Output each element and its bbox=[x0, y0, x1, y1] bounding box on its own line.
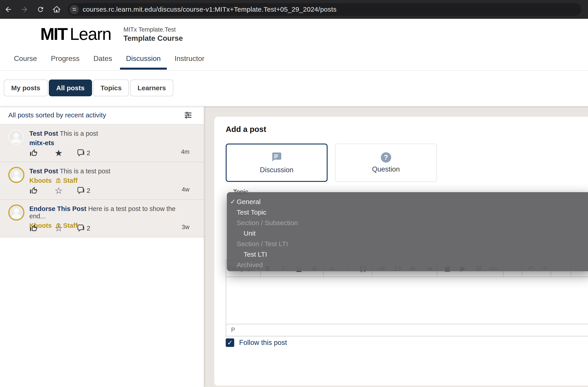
forward-icon[interactable] bbox=[19, 4, 30, 15]
posts-sort-label: All posts sorted by recent activity bbox=[8, 111, 183, 119]
tab-instructor[interactable]: Instructor bbox=[168, 54, 210, 70]
star-icon[interactable]: ☆ bbox=[54, 224, 63, 233]
post-author[interactable]: mitx-ets bbox=[29, 139, 54, 147]
dropdown-option-test-lti[interactable]: Test LTI bbox=[227, 249, 588, 259]
thumbs-up-icon[interactable] bbox=[29, 224, 38, 233]
dropdown-option-label: Unit bbox=[244, 230, 255, 237]
avatar bbox=[8, 204, 24, 221]
course-title: Template Course bbox=[123, 34, 183, 43]
browser-toolbar: courses.rc.learn.mit.edu/discuss/course-… bbox=[0, 0, 588, 19]
post-title[interactable]: Endorse This Post bbox=[29, 205, 86, 212]
dropdown-option-label: General bbox=[237, 198, 261, 206]
dropdown-option-label: Test Topic bbox=[237, 209, 267, 216]
course-nav-tabs: CourseProgressDatesDiscussionInstructor bbox=[8, 54, 210, 70]
post-type-selector: Discussion?Question bbox=[226, 144, 437, 182]
star-icon[interactable]: ☆ bbox=[54, 186, 63, 195]
posts-list-panel: All posts sorted by recent activity Test… bbox=[0, 106, 204, 387]
post-row-3[interactable]: Endorse This Post Here is a test post to… bbox=[0, 200, 204, 237]
comments-icon[interactable] bbox=[77, 186, 85, 195]
rich-text-editor[interactable]: Paragraph ▾BIUS∞”{;}•≡1≡⇤⇥▣▶⊞</>↶↷ P bbox=[226, 260, 588, 336]
post-title[interactable]: Test Post bbox=[29, 168, 58, 175]
editor-block-indicator: P bbox=[231, 326, 235, 333]
post-row-2[interactable]: Test Post This is a test postKbootsStaff… bbox=[0, 162, 204, 200]
tab-discussion[interactable]: Discussion bbox=[120, 54, 167, 70]
post-time: 4w bbox=[182, 186, 189, 193]
post-actions: ★2 bbox=[29, 149, 90, 157]
avatar bbox=[8, 129, 24, 145]
screen: courses.rc.learn.mit.edu/discuss/course-… bbox=[0, 0, 588, 387]
post-text: Test Post This is a test postKbootsStaff bbox=[29, 168, 177, 184]
tab-dates[interactable]: Dates bbox=[87, 54, 118, 70]
posts-list-header: All posts sorted by recent activity bbox=[0, 106, 204, 125]
tabs-divider bbox=[0, 70, 588, 71]
back-icon[interactable] bbox=[3, 4, 13, 15]
staff-institution-icon bbox=[55, 178, 63, 184]
filter-my-posts[interactable]: My posts bbox=[4, 80, 48, 96]
post-preview: This is a test post bbox=[58, 168, 110, 175]
post-type-question[interactable]: ?Question bbox=[335, 144, 437, 182]
filter-all-posts[interactable]: All posts bbox=[49, 80, 92, 96]
post-type-label: Discussion bbox=[260, 166, 294, 174]
comments-count: 2 bbox=[87, 149, 90, 157]
tab-course[interactable]: Course bbox=[8, 54, 43, 70]
brand-header: MIT Learn MITx Template.Test Template Co… bbox=[40, 25, 183, 43]
post-text: Test Post This is a postmitx-ets bbox=[29, 130, 177, 147]
comments-count: 2 bbox=[87, 225, 90, 232]
comments-icon[interactable] bbox=[77, 149, 85, 157]
post-actions: ☆2 bbox=[29, 224, 90, 233]
follow-post-row[interactable]: ✓ Follow this post bbox=[226, 338, 287, 347]
staff-badge: Staff bbox=[55, 177, 78, 184]
thumbs-up-icon[interactable] bbox=[29, 149, 38, 157]
reload-icon[interactable] bbox=[35, 4, 46, 15]
filter-topics[interactable]: Topics bbox=[93, 80, 129, 96]
follow-label: Follow this post bbox=[239, 339, 287, 347]
filter-learners[interactable]: Learners bbox=[130, 80, 173, 96]
post-type-label: Question bbox=[372, 165, 400, 173]
editor-status-bar: P bbox=[226, 324, 588, 336]
post-author-row: KbootsStaff bbox=[29, 177, 177, 184]
post-title-line: Test Post This is a test post bbox=[29, 168, 177, 175]
dropdown-option-label: Section / Test LTI bbox=[237, 240, 288, 248]
address-bar[interactable]: courses.rc.learn.mit.edu/discuss/course-… bbox=[68, 3, 581, 16]
check-icon: ✓ bbox=[227, 339, 233, 346]
tab-progress[interactable]: Progress bbox=[45, 54, 85, 70]
avatar bbox=[8, 167, 24, 183]
post-author-row: mitx-ets bbox=[29, 139, 177, 147]
learn-logo: Learn bbox=[70, 25, 111, 43]
dropdown-option-archived: Archived bbox=[227, 259, 588, 270]
course-meta: MITx Template.Test Template Course bbox=[123, 25, 183, 43]
course-org: MITx Template.Test bbox=[123, 26, 183, 34]
editor-content[interactable] bbox=[226, 277, 588, 324]
dropdown-option-test-topic[interactable]: Test Topic bbox=[227, 207, 588, 217]
dropdown-option-label: Section / Subsection bbox=[237, 219, 298, 227]
home-icon[interactable] bbox=[51, 4, 62, 15]
posts-list: Test Post This is a postmitx-ets★24mTest… bbox=[0, 125, 204, 237]
post-preview: This is a post bbox=[58, 130, 98, 137]
post-title[interactable]: Test Post bbox=[29, 130, 58, 137]
post-title-line: Endorse This Post Here is a test post to… bbox=[29, 205, 177, 220]
dropdown-option-label: Test LTI bbox=[244, 251, 267, 258]
thumbs-up-icon[interactable] bbox=[29, 186, 38, 195]
post-type-discussion[interactable]: Discussion bbox=[226, 144, 328, 182]
star-icon[interactable]: ★ bbox=[54, 149, 63, 157]
post-actions: ☆2 bbox=[29, 186, 90, 195]
comments-count: 2 bbox=[87, 187, 90, 194]
post-time: 4m bbox=[181, 149, 189, 155]
help-icon: ? bbox=[381, 152, 391, 163]
selected-check-icon: ✓ bbox=[230, 198, 235, 205]
post-row-1[interactable]: Test Post This is a postmitx-ets★24m bbox=[0, 125, 204, 162]
filter-tune-icon[interactable] bbox=[183, 110, 193, 120]
mit-logo: MIT bbox=[40, 25, 67, 43]
follow-checkbox[interactable]: ✓ bbox=[226, 338, 234, 347]
dropdown-option-label: Archived bbox=[237, 261, 263, 269]
post-author[interactable]: Kboots bbox=[29, 177, 52, 184]
dropdown-option-section-test-lti: Section / Test LTI bbox=[227, 238, 588, 249]
dropdown-option-general[interactable]: ✓General bbox=[227, 196, 588, 207]
comments-icon[interactable] bbox=[77, 224, 85, 233]
dropdown-option-unit[interactable]: Unit bbox=[227, 228, 588, 238]
post-time: 3w bbox=[182, 224, 189, 231]
site-settings-icon[interactable] bbox=[70, 5, 79, 14]
url-text: courses.rc.learn.mit.edu/discuss/course-… bbox=[83, 6, 336, 13]
topic-dropdown-menu: ✓GeneralTest TopicSection / SubsectionUn… bbox=[227, 192, 588, 271]
staff-label: Staff bbox=[63, 177, 78, 184]
